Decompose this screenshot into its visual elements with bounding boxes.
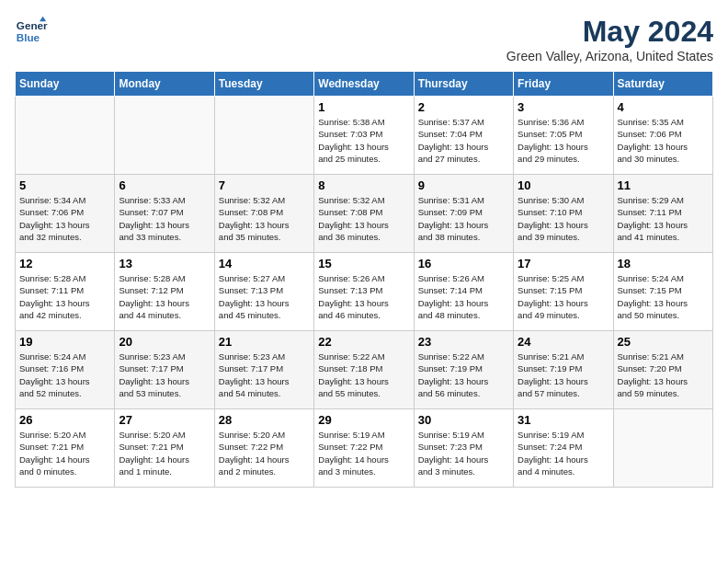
day-info: Sunrise: 5:37 AM Sunset: 7:04 PM Dayligh… <box>418 116 509 165</box>
calendar-cell: 24Sunrise: 5:21 AM Sunset: 7:19 PM Dayli… <box>514 331 613 409</box>
weekday-header-thursday: Thursday <box>414 72 513 97</box>
day-number: 3 <box>518 100 609 114</box>
calendar-cell: 3Sunrise: 5:36 AM Sunset: 7:05 PM Daylig… <box>514 97 613 175</box>
day-info: Sunrise: 5:26 AM Sunset: 7:13 PM Dayligh… <box>318 272 409 321</box>
week-row-3: 12Sunrise: 5:28 AM Sunset: 7:11 PM Dayli… <box>16 253 713 331</box>
day-number: 9 <box>418 178 509 192</box>
day-info: Sunrise: 5:20 AM Sunset: 7:21 PM Dayligh… <box>19 429 110 477</box>
week-row-4: 19Sunrise: 5:24 AM Sunset: 7:16 PM Dayli… <box>16 331 713 409</box>
day-number: 16 <box>418 257 509 270</box>
calendar-cell: 11Sunrise: 5:29 AM Sunset: 7:11 PM Dayli… <box>613 175 712 253</box>
day-info: Sunrise: 5:35 AM Sunset: 7:06 PM Dayligh… <box>618 116 709 165</box>
logo: General Blue <box>15 15 48 48</box>
day-number: 17 <box>518 257 609 270</box>
day-info: Sunrise: 5:38 AM Sunset: 7:03 PM Dayligh… <box>318 116 409 165</box>
calendar-cell <box>16 97 115 175</box>
calendar-cell: 1Sunrise: 5:38 AM Sunset: 7:03 PM Daylig… <box>314 97 414 175</box>
calendar-cell: 4Sunrise: 5:35 AM Sunset: 7:06 PM Daylig… <box>613 97 712 175</box>
calendar-cell: 22Sunrise: 5:22 AM Sunset: 7:18 PM Dayli… <box>314 331 414 409</box>
day-info: Sunrise: 5:32 AM Sunset: 7:08 PM Dayligh… <box>219 194 310 243</box>
day-info: Sunrise: 5:23 AM Sunset: 7:17 PM Dayligh… <box>119 350 210 399</box>
day-info: Sunrise: 5:19 AM Sunset: 7:24 PM Dayligh… <box>518 429 609 477</box>
weekday-header-monday: Monday <box>115 72 214 97</box>
location-title: Green Valley, Arizona, United States <box>506 49 713 63</box>
calendar-cell <box>115 97 214 175</box>
week-row-5: 26Sunrise: 5:20 AM Sunset: 7:21 PM Dayli… <box>16 409 713 488</box>
day-info: Sunrise: 5:36 AM Sunset: 7:05 PM Dayligh… <box>518 116 609 165</box>
calendar-cell: 20Sunrise: 5:23 AM Sunset: 7:17 PM Dayli… <box>115 331 214 409</box>
calendar-cell: 17Sunrise: 5:25 AM Sunset: 7:15 PM Dayli… <box>514 253 613 331</box>
calendar-cell <box>613 409 712 488</box>
weekday-header-sunday: Sunday <box>16 72 115 97</box>
calendar-cell: 2Sunrise: 5:37 AM Sunset: 7:04 PM Daylig… <box>414 97 513 175</box>
calendar-body: 1Sunrise: 5:38 AM Sunset: 7:03 PM Daylig… <box>16 97 713 488</box>
weekday-header-wednesday: Wednesday <box>314 72 414 97</box>
calendar-cell: 13Sunrise: 5:28 AM Sunset: 7:12 PM Dayli… <box>115 253 214 331</box>
week-row-2: 5Sunrise: 5:34 AM Sunset: 7:06 PM Daylig… <box>16 175 713 253</box>
day-number: 10 <box>518 178 609 192</box>
calendar-cell: 5Sunrise: 5:34 AM Sunset: 7:06 PM Daylig… <box>16 175 115 253</box>
calendar-cell: 26Sunrise: 5:20 AM Sunset: 7:21 PM Dayli… <box>16 409 115 488</box>
calendar-cell: 12Sunrise: 5:28 AM Sunset: 7:11 PM Dayli… <box>16 253 115 331</box>
calendar-cell: 16Sunrise: 5:26 AM Sunset: 7:14 PM Dayli… <box>414 253 513 331</box>
calendar-cell: 28Sunrise: 5:20 AM Sunset: 7:22 PM Dayli… <box>214 409 313 488</box>
weekday-header-friday: Friday <box>514 72 613 97</box>
day-info: Sunrise: 5:21 AM Sunset: 7:19 PM Dayligh… <box>518 350 609 399</box>
day-number: 29 <box>318 413 409 427</box>
calendar-cell: 9Sunrise: 5:31 AM Sunset: 7:09 PM Daylig… <box>414 175 513 253</box>
day-number: 19 <box>19 335 110 349</box>
calendar-cell: 18Sunrise: 5:24 AM Sunset: 7:15 PM Dayli… <box>613 253 712 331</box>
calendar-table: SundayMondayTuesdayWednesdayThursdayFrid… <box>15 71 713 488</box>
day-number: 12 <box>19 257 110 270</box>
week-row-1: 1Sunrise: 5:38 AM Sunset: 7:03 PM Daylig… <box>16 97 713 175</box>
day-info: Sunrise: 5:34 AM Sunset: 7:06 PM Dayligh… <box>19 194 110 243</box>
day-number: 24 <box>518 335 609 349</box>
day-number: 28 <box>219 413 310 427</box>
day-info: Sunrise: 5:28 AM Sunset: 7:12 PM Dayligh… <box>119 272 210 321</box>
weekday-header-row: SundayMondayTuesdayWednesdayThursdayFrid… <box>16 72 713 97</box>
day-info: Sunrise: 5:23 AM Sunset: 7:17 PM Dayligh… <box>219 350 310 399</box>
day-number: 30 <box>418 413 509 427</box>
day-number: 23 <box>418 335 509 349</box>
calendar-cell: 19Sunrise: 5:24 AM Sunset: 7:16 PM Dayli… <box>16 331 115 409</box>
day-info: Sunrise: 5:20 AM Sunset: 7:21 PM Dayligh… <box>119 429 210 477</box>
calendar-cell: 27Sunrise: 5:20 AM Sunset: 7:21 PM Dayli… <box>115 409 214 488</box>
day-info: Sunrise: 5:25 AM Sunset: 7:15 PM Dayligh… <box>518 272 609 321</box>
day-info: Sunrise: 5:22 AM Sunset: 7:19 PM Dayligh… <box>418 350 509 399</box>
calendar-cell: 23Sunrise: 5:22 AM Sunset: 7:19 PM Dayli… <box>414 331 513 409</box>
calendar-cell: 29Sunrise: 5:19 AM Sunset: 7:22 PM Dayli… <box>314 409 414 488</box>
day-info: Sunrise: 5:31 AM Sunset: 7:09 PM Dayligh… <box>418 194 509 243</box>
day-info: Sunrise: 5:27 AM Sunset: 7:13 PM Dayligh… <box>219 272 310 321</box>
day-number: 6 <box>119 178 210 192</box>
day-number: 1 <box>318 100 409 114</box>
day-info: Sunrise: 5:33 AM Sunset: 7:07 PM Dayligh… <box>119 194 210 243</box>
svg-text:Blue: Blue <box>17 31 40 43</box>
day-number: 7 <box>219 178 310 192</box>
day-info: Sunrise: 5:20 AM Sunset: 7:22 PM Dayligh… <box>219 429 310 477</box>
day-info: Sunrise: 5:30 AM Sunset: 7:10 PM Dayligh… <box>518 194 609 243</box>
calendar-cell: 30Sunrise: 5:19 AM Sunset: 7:23 PM Dayli… <box>414 409 513 488</box>
calendar-cell: 8Sunrise: 5:32 AM Sunset: 7:08 PM Daylig… <box>314 175 414 253</box>
day-number: 18 <box>618 257 709 270</box>
day-number: 26 <box>19 413 110 427</box>
calendar-cell: 7Sunrise: 5:32 AM Sunset: 7:08 PM Daylig… <box>214 175 313 253</box>
day-number: 31 <box>518 413 609 427</box>
day-number: 8 <box>318 178 409 192</box>
calendar-cell <box>214 97 313 175</box>
page-header: General Blue May 2024 Green Valley, Ariz… <box>15 15 713 63</box>
day-info: Sunrise: 5:19 AM Sunset: 7:23 PM Dayligh… <box>418 429 509 477</box>
calendar-cell: 6Sunrise: 5:33 AM Sunset: 7:07 PM Daylig… <box>115 175 214 253</box>
month-title: May 2024 <box>506 15 713 49</box>
day-number: 14 <box>219 257 310 270</box>
day-info: Sunrise: 5:21 AM Sunset: 7:20 PM Dayligh… <box>618 350 709 399</box>
day-info: Sunrise: 5:24 AM Sunset: 7:16 PM Dayligh… <box>19 350 110 399</box>
day-number: 20 <box>119 335 210 349</box>
weekday-header-tuesday: Tuesday <box>214 72 313 97</box>
day-number: 11 <box>618 178 709 192</box>
day-info: Sunrise: 5:29 AM Sunset: 7:11 PM Dayligh… <box>618 194 709 243</box>
title-area: May 2024 Green Valley, Arizona, United S… <box>506 15 713 63</box>
day-info: Sunrise: 5:24 AM Sunset: 7:15 PM Dayligh… <box>618 272 709 321</box>
calendar-cell: 15Sunrise: 5:26 AM Sunset: 7:13 PM Dayli… <box>314 253 414 331</box>
calendar-cell: 21Sunrise: 5:23 AM Sunset: 7:17 PM Dayli… <box>214 331 313 409</box>
day-info: Sunrise: 5:19 AM Sunset: 7:22 PM Dayligh… <box>318 429 409 477</box>
